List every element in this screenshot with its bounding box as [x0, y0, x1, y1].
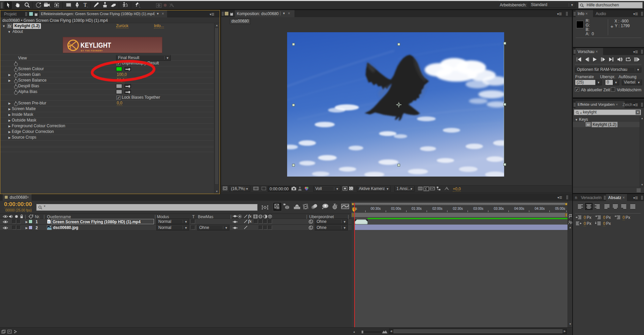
svg-text:T: T	[84, 2, 87, 8]
